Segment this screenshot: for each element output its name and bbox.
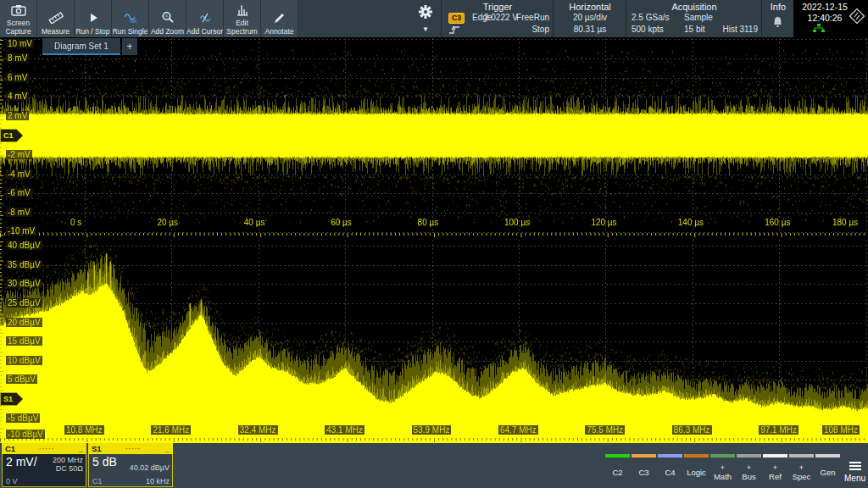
s1-rbw: 10 kHz <box>146 477 170 485</box>
bottom-signal-bar: C1 ····· _ 2 mV/ 200 MHz DC 50Ω 0 V S1 ·… <box>0 443 868 488</box>
c1-offset: 0 V <box>6 477 18 485</box>
horizontal-position: 80.31 µs <box>554 25 626 34</box>
channel-button-label: C4 <box>665 469 675 477</box>
s1-reference-level: 40.02 dBµV <box>130 463 170 472</box>
add-tab-button[interactable]: + <box>122 38 137 55</box>
acquisition-record-length: 500 kpts <box>632 25 664 34</box>
screen-capture-button[interactable]: Screen Capture <box>0 0 37 37</box>
tab-diagram-set-1[interactable]: Diagram Set 1 <box>42 38 120 55</box>
gear-icon <box>418 4 433 23</box>
channel-button-label: Math <box>714 473 732 481</box>
horizontal-scale: 20 µs/div <box>554 13 626 22</box>
trigger-edge-icon <box>448 25 460 36</box>
run-stop-button[interactable]: Run / Stop <box>75 0 112 37</box>
datetime-panel[interactable]: 2022-12-15 12:40:26 <box>793 0 868 37</box>
channel-button-c4[interactable]: C4 <box>658 454 682 488</box>
toolbar-button-label: Screen Capture <box>0 19 36 36</box>
add-ref-button[interactable]: +Ref <box>763 454 787 488</box>
measure-button[interactable]: Measure <box>37 0 75 37</box>
channel-button-logic[interactable]: Logic <box>684 454 709 488</box>
acquisition-title: Acquisition <box>626 2 762 12</box>
c1-card-title: C1 <box>5 444 15 453</box>
run-single-button[interactable]: Nx Run Single <box>112 0 149 37</box>
oscilloscope-screen: Screen Capture Measure Run / Stop Nx Run… <box>0 0 868 488</box>
c1-card-body[interactable]: 2 mV/ 200 MHz DC 50Ω 0 V <box>2 454 86 487</box>
info-panel[interactable]: Info <box>761 0 794 37</box>
toolbar-button-label: Run Single <box>113 28 148 36</box>
channel-button-c3[interactable]: C3 <box>632 454 656 488</box>
play-icon <box>87 12 99 27</box>
toolbar-button-label: Annotate <box>264 28 293 36</box>
edit-spectrum-button[interactable]: Edit Spectrum <box>224 0 261 37</box>
toolbar-button-label: Run / Stop <box>75 28 109 36</box>
c1-card-header[interactable]: C1 ····· _ <box>2 443 86 454</box>
s1-card-body[interactable]: 5 dB 40.02 dBµV C1 10 kHz <box>88 454 173 487</box>
magnifier-icon <box>161 11 175 27</box>
s1-card-title: S1 <box>92 444 102 453</box>
trigger-level: 2.0222 V <box>484 13 518 22</box>
date-label: 2022-12-15 <box>793 2 856 12</box>
channel-button-label: Gen <box>821 469 836 477</box>
diagram-tab-bar: Diagram Set 1 + <box>42 38 137 55</box>
tab-label: Diagram Set 1 <box>54 42 108 51</box>
channel-button-label: C2 <box>612 469 622 477</box>
c1-signal-card[interactable]: C1 ····· _ 2 mV/ 200 MHz DC 50Ω 0 V <box>2 443 86 488</box>
trigger-state: Stop <box>531 25 549 34</box>
s1-source: C1 <box>92 477 103 485</box>
ruler-icon <box>48 12 64 27</box>
toolbar-button-label: Add Cursor <box>186 28 223 36</box>
add-math-button[interactable]: +Math <box>710 454 735 488</box>
toolbar-buttons: Screen Capture Measure Run / Stop Nx Run… <box>0 0 298 37</box>
waveform-diagram[interactable] <box>0 38 868 240</box>
add-zoom-button[interactable]: Add Zoom <box>149 0 186 37</box>
channel-button-c2[interactable]: C2 <box>605 454 630 488</box>
channel-button-label: C3 <box>638 469 648 477</box>
s1-card-header[interactable]: S1 ····· _ <box>88 443 173 454</box>
s1-signal-card[interactable]: S1 ····· _ 5 dB 40.02 dBµV C1 10 kHz <box>88 443 173 488</box>
toolbar-button-label: Add Zoom <box>151 28 184 36</box>
plus-icon: + <box>126 41 132 53</box>
channel-button-label: Spec <box>793 473 811 481</box>
network-icon <box>812 21 826 36</box>
drag-handle-icon: ····· <box>125 445 141 452</box>
pencil-icon <box>273 12 286 27</box>
add-cursor-button[interactable]: Add Cursor <box>186 0 224 37</box>
s1-scale: 5 dB <box>92 455 117 469</box>
acquisition-panel[interactable]: Acquisition 2.5 GSa/s Sample 500 kpts 15… <box>626 0 762 37</box>
top-toolbar: Screen Capture Measure Run / Stop Nx Run… <box>0 0 868 37</box>
trigger-source-badge: C3 <box>448 13 465 24</box>
svg-text:Nx: Nx <box>130 18 137 24</box>
horizontal-panel[interactable]: Horizontal 20 µs/div 80.31 µs <box>553 0 626 37</box>
channel-button-label: Ref <box>769 473 782 481</box>
channel-button-label: Bus <box>742 473 755 481</box>
menu-button[interactable]: Menu <box>842 454 868 488</box>
acquisition-history: Hist 3119 <box>722 25 758 34</box>
rs-logo <box>848 7 866 29</box>
menu-button-label: Menu <box>844 474 865 483</box>
toolbar-button-label: Measure <box>42 28 70 36</box>
add-spec-button[interactable]: +Spec <box>789 454 814 488</box>
settings-button[interactable]: ▼ <box>410 0 441 37</box>
info-title: Info <box>762 2 794 12</box>
channel-button-label: Logic <box>687 469 706 477</box>
run-single-icon: Nx <box>123 12 138 27</box>
c1-vertical-scale: 2 mV/ <box>6 455 37 469</box>
minimize-icon[interactable]: _ <box>79 444 83 453</box>
minimize-icon[interactable]: _ <box>165 444 170 453</box>
spectrum-diagram[interactable] <box>0 240 868 443</box>
annotate-button[interactable]: Annotate <box>261 0 298 37</box>
cursor-wave-icon <box>198 12 213 27</box>
add-bus-button[interactable]: +Bus <box>737 454 761 488</box>
trigger-mode: FreeRun <box>516 13 549 22</box>
camera-icon <box>11 4 26 19</box>
drag-handle-icon: ····· <box>39 445 54 452</box>
hamburger-icon <box>849 460 861 472</box>
spectrum-bars-icon <box>236 4 249 19</box>
horizontal-title: Horizontal <box>554 2 626 12</box>
chevron-down-icon: ▼ <box>422 25 429 33</box>
acquisition-mode: Sample <box>684 13 713 22</box>
gen-button[interactable]: Gen <box>815 454 840 488</box>
toolbar-button-label: Edit Spectrum <box>224 19 260 36</box>
c1-coupling: DC 50Ω <box>56 464 83 473</box>
trigger-panel[interactable]: Trigger C3 Edge 2.0222 V FreeRun Stop <box>441 0 554 37</box>
